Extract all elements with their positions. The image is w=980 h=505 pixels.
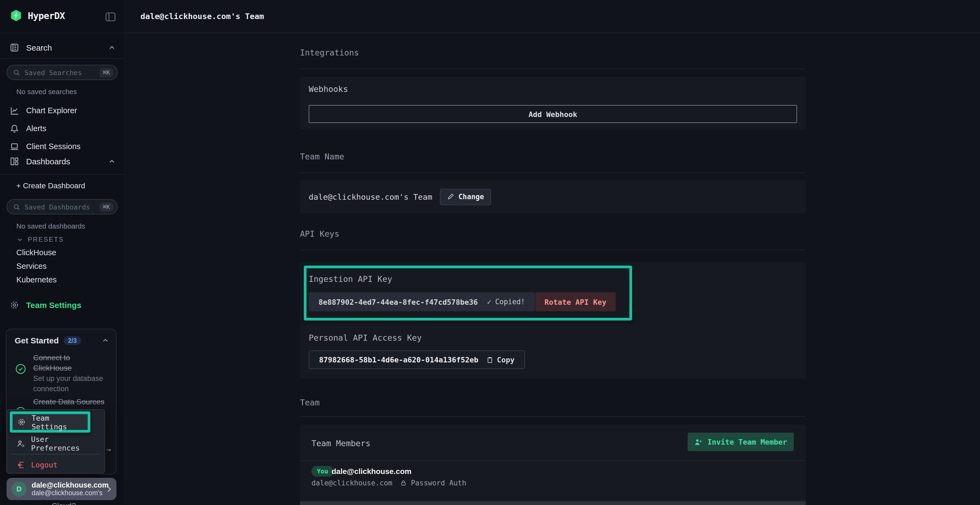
copied-status: ✓ Copied! — [487, 298, 525, 306]
team-settings-content: Integrations Webhooks Add Webhook Team N… — [300, 33, 806, 505]
shortcut-badge: ⌘K — [100, 68, 113, 77]
divider — [0, 174, 125, 175]
divider — [0, 58, 125, 59]
divider — [11, 454, 100, 454]
hyperdx-logo-icon — [10, 9, 22, 22]
search-icon — [13, 203, 20, 210]
user-plus-icon — [694, 438, 703, 446]
change-team-name-button[interactable]: Change — [440, 189, 491, 205]
laptop-icon — [10, 142, 19, 151]
member-email: dale@clickhouse.com — [312, 479, 392, 487]
collapse-sidebar-icon[interactable] — [105, 11, 116, 22]
personal-api-key-label: Personal API Access Key — [309, 333, 422, 343]
chevron-down-icon — [17, 237, 23, 243]
get-started-header[interactable]: Get Started 2/3 — [15, 336, 109, 345]
no-saved-dashboards-text: No saved dashboards — [16, 222, 85, 230]
api-keys-card: Ingestion API Key 8e887902-4ed7-44ea-8fe… — [300, 262, 806, 379]
preset-kubernetes[interactable]: Kubernetes — [16, 275, 57, 284]
page-header: dale@clickhouse.com's Team — [125, 0, 980, 33]
team-name-card: dale@clickhouse.com's Team Change — [300, 180, 806, 213]
invite-team-member-button[interactable]: Invite Team Member — [687, 433, 794, 451]
shortcut-badge: ⌘K — [100, 202, 113, 211]
personal-api-key-chip[interactable]: 87982668-58b1-4d6e-a620-014a136f52eb Cop… — [309, 351, 525, 369]
chart-icon — [10, 106, 19, 115]
member-name: dale@clickhouse.com — [332, 466, 411, 477]
divider — [300, 173, 806, 173]
team-name-value: dale@clickhouse.com's Team — [309, 192, 432, 201]
webhooks-label: Webhooks — [309, 84, 348, 94]
webhooks-card: Webhooks Add Webhook — [300, 77, 806, 130]
user-gear-icon — [17, 440, 25, 448]
sidebar-section-dashboards[interactable]: Dashboards — [10, 157, 115, 166]
saved-dashboards-search[interactable]: ⌘K — [6, 199, 118, 214]
chevron-up-icon — [108, 158, 115, 165]
get-started-progress-badge: 2/3 — [64, 336, 81, 345]
ingestion-api-key-chip[interactable]: 8e887902-4ed7-44ea-8fec-f47cd578be36 ✓ C… — [309, 292, 535, 311]
user-name: dale@clickhouse.com — [32, 481, 101, 489]
account-menu: Team Settings User Preferences Logout — [6, 409, 105, 473]
bell-icon — [10, 124, 19, 133]
sidebar-item-alerts[interactable]: Alerts — [10, 120, 115, 137]
get-started-item-title[interactable]: Connect to ClickHouse — [33, 353, 100, 373]
no-saved-searches-text: No saved searches — [16, 87, 77, 96]
pencil-icon — [447, 193, 454, 200]
get-started-item-title[interactable]: Create Data Sources — [33, 397, 116, 407]
saved-searches-input[interactable] — [24, 68, 95, 76]
chevron-right-icon — [106, 485, 112, 493]
member-details-row: dale@clickhouse.com Password Auth — [312, 479, 466, 487]
get-started-item-subtitle: Set up your database connection — [33, 373, 116, 394]
divider — [300, 250, 806, 250]
menu-item-user-preferences[interactable]: User Preferences — [12, 436, 100, 451]
divider — [300, 416, 806, 417]
presets-label: PRESETS — [28, 236, 64, 243]
lock-icon — [400, 480, 406, 486]
search-icon — [13, 69, 20, 76]
preset-clickhouse[interactable]: ClickHouse — [16, 248, 56, 257]
logout-icon — [17, 461, 25, 469]
divider — [300, 68, 806, 69]
page-title: dale@clickhouse.com's Team — [140, 12, 264, 21]
team-heading: Team — [300, 398, 320, 408]
menu-item-logout[interactable]: Logout — [12, 457, 100, 472]
clipped-text: Cloud? — [52, 501, 76, 505]
clipboard-icon — [486, 356, 493, 364]
preset-services[interactable]: Services — [16, 262, 46, 270]
ingestion-api-key-value: 8e887902-4ed7-44ea-8fec-f47cd578be36 — [318, 297, 478, 306]
app-window: HyperDX Search ⌘K No saved searches — [0, 0, 980, 505]
presets-toggle[interactable]: PRESETS — [17, 236, 64, 243]
saved-searches-search[interactable]: ⌘K — [6, 65, 118, 80]
integrations-heading: Integrations — [300, 48, 359, 58]
sidebar-section-search[interactable]: Search — [10, 43, 115, 52]
menu-item-team-settings[interactable]: Team Settings — [13, 414, 88, 430]
user-account-button[interactable]: D dale@clickhouse.com dale@clickhouse.co… — [6, 478, 116, 500]
dashboards-section-label: Dashboards — [26, 157, 101, 166]
team-settings-label: Team Settings — [26, 300, 81, 310]
next-section-edge — [300, 501, 806, 505]
gear-icon — [10, 300, 19, 310]
arrow-right-icon[interactable]: → — [106, 445, 111, 454]
create-dashboard-button[interactable]: + Create Dashboard — [16, 181, 85, 190]
chevron-up-icon — [102, 337, 109, 344]
get-started-title: Get Started — [15, 336, 59, 345]
rotate-api-key-button[interactable]: Rotate API Key — [535, 292, 616, 311]
search-section-icon — [10, 43, 19, 52]
sidebar-item-chart-explorer[interactable]: Chart Explorer — [10, 102, 115, 119]
team-members-label: Team Members — [312, 438, 371, 448]
saved-dashboards-input[interactable] — [24, 203, 95, 211]
app-title: HyperDX — [28, 10, 65, 21]
annotation-box-team-settings: Team Settings — [10, 411, 91, 433]
personal-api-key-value: 87982668-58b1-4d6e-a620-014a136f52eb — [319, 355, 478, 364]
chevron-up-icon — [108, 44, 115, 51]
copy-button[interactable]: Copy — [486, 355, 514, 364]
search-section-label: Search — [26, 43, 101, 52]
ingestion-api-key-label: Ingestion API Key — [309, 274, 392, 284]
check-circle-icon — [15, 364, 26, 375]
sidebar-item-client-sessions[interactable]: Client Sessions — [10, 138, 115, 154]
avatar: D — [11, 481, 27, 497]
sidebar-item-team-settings[interactable]: Team Settings — [10, 300, 81, 310]
team-card: Team Members Invite Team Member You dale… — [300, 424, 806, 505]
member-auth-method: Password Auth — [411, 479, 466, 487]
user-team-name: dale@clickhouse.com's — [32, 489, 101, 497]
add-webhook-button[interactable]: Add Webhook — [309, 105, 797, 123]
dashboard-grid-icon — [10, 157, 19, 166]
